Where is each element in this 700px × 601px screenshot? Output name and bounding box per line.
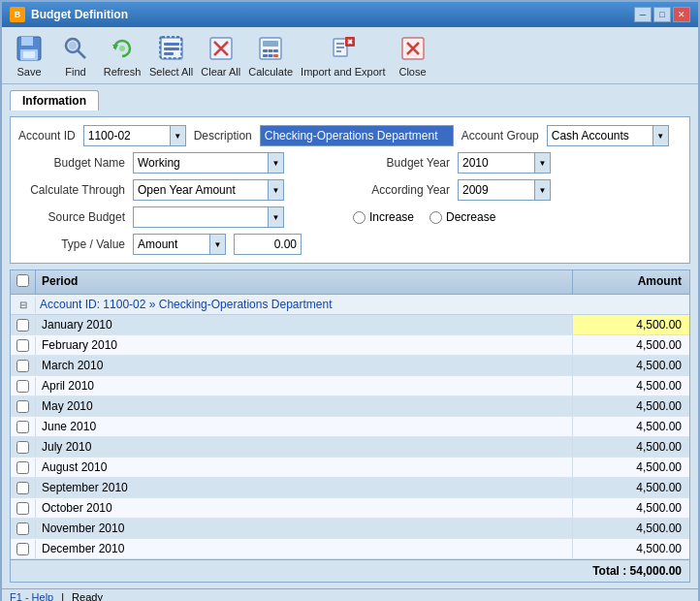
budget-name-row: Budget Name ▼ [18,152,347,174]
minimize-button[interactable]: ─ [634,7,652,22]
row-checkbox-cell [11,418,36,436]
refresh-label: Refresh [104,66,142,78]
type-input[interactable] [133,234,210,255]
calculate-icon [255,33,286,64]
period-cell: June 2010 [36,417,573,436]
import-export-button[interactable]: Import and Export [301,33,385,78]
account-group-dropdown[interactable]: ▼ [653,125,669,146]
increase-radio[interactable] [353,211,366,224]
account-id-dropdown[interactable]: ▼ [171,125,186,146]
row-checkbox[interactable] [16,522,29,535]
clear-all-button[interactable]: Clear All [201,33,240,78]
account-group-input[interactable] [547,125,653,146]
save-button[interactable]: Save [10,33,48,78]
account-id-input[interactable] [83,125,171,146]
row-checkbox[interactable] [16,482,29,494]
maximize-button[interactable]: □ [653,7,671,22]
period-cell: November 2010 [36,519,573,538]
amount-cell: 4,500.00 [573,437,689,457]
amount-cell: 4,500.00 [573,315,689,334]
svg-rect-1 [21,37,33,46]
amount-input[interactable] [234,234,302,255]
close-icon [398,33,429,64]
row-checkbox[interactable] [16,339,29,352]
svg-rect-22 [263,54,268,57]
data-table: Period Amount ⊟ Account ID: 1100-02 » Ch… [10,269,690,583]
budget-name-input[interactable] [133,152,269,174]
row-checkbox[interactable] [16,502,29,515]
help-link[interactable]: F1 - Help [10,591,53,601]
amount-cell: 4,500.00 [573,356,689,375]
find-button[interactable]: Find [56,33,95,78]
according-year-dropdown[interactable]: ▼ [535,179,551,201]
row-checkbox[interactable] [16,441,29,454]
calculate-through-label: Calculate Through [18,183,125,197]
row-checkbox[interactable] [16,319,29,332]
select-all-checkbox[interactable] [16,274,29,287]
close-button[interactable]: Close [394,33,432,78]
window-close-button[interactable]: ✕ [673,7,690,22]
decrease-radio[interactable] [430,211,442,224]
svg-rect-11 [164,47,179,50]
amount-header: Amount [573,270,689,294]
row-checkbox[interactable] [16,400,29,413]
row-checkbox-cell [11,316,36,334]
budget-year-label: Budget Year [353,156,450,170]
row-checkbox[interactable] [16,543,29,555]
header-checkbox-cell [11,270,36,294]
svg-rect-10 [164,43,179,46]
according-year-input[interactable] [458,179,535,201]
source-budget-dropdown[interactable]: ▼ [269,206,284,228]
type-dropdown[interactable]: ▼ [210,234,226,255]
table-row: July 20104,500.00 [11,437,689,458]
period-cell: September 2010 [36,478,573,497]
according-year-row: According Year ▼ [353,179,682,201]
calculate-label: Calculate [248,66,293,78]
select-all-label: Select All [149,66,193,78]
increase-radio-item: Increase [353,210,414,224]
row-checkbox-cell [11,540,36,558]
refresh-button[interactable]: Refresh [103,33,142,78]
budget-year-dropdown[interactable]: ▼ [535,152,551,174]
period-cell: January 2010 [36,315,573,334]
period-cell: August 2010 [36,458,573,477]
budget-year-row: Budget Year ▼ [353,152,682,174]
svg-point-8 [119,46,125,51]
source-budget-input[interactable] [133,206,269,228]
row-checkbox[interactable] [16,421,29,433]
expand-icon[interactable]: ⊟ [19,300,27,310]
select-all-button[interactable]: Select All [149,33,193,78]
form-left: Budget Name ▼ Calculate Through ▼ [18,152,347,255]
clear-all-icon [206,33,237,64]
row-checkbox[interactable] [16,360,29,372]
amount-cell: 4,500.00 [573,519,689,538]
row-checkbox[interactable] [16,380,29,393]
increase-label: Increase [369,210,414,224]
svg-rect-24 [273,54,278,57]
calculate-button[interactable]: Calculate [248,33,293,78]
budget-year-input[interactable] [458,152,535,174]
budget-name-dropdown[interactable]: ▼ [269,152,284,174]
row-checkbox-cell [11,459,36,477]
status-ready: Ready [72,591,103,601]
calculate-through-input[interactable] [133,179,269,201]
row-checkbox[interactable] [16,461,29,474]
tab-information[interactable]: Information [10,90,99,111]
table-row: October 20104,500.00 [11,498,689,519]
status-bar: F1 - Help | Ready [2,588,698,601]
period-cell: March 2010 [36,356,573,375]
description-input[interactable] [260,125,454,146]
status-separator: | [61,591,64,601]
calculate-through-dropdown[interactable]: ▼ [269,179,284,201]
table-footer: Total : 54,000.00 [11,559,689,582]
amount-cell: 4,500.00 [573,376,689,395]
form-panel: Account ID ▼ Description Account Group ▼ [10,116,690,264]
period-cell: February 2010 [36,335,573,355]
app-icon: B [10,7,25,22]
source-budget-combo: ▼ [133,206,284,228]
increase-decrease-group: Increase Decrease [353,210,682,224]
save-label: Save [16,66,41,78]
source-budget-row: Source Budget ▼ [18,206,347,228]
table-row: January 20104,500.00 [11,315,689,335]
account-row: Account ID ▼ Description Account Group ▼ [18,125,682,146]
